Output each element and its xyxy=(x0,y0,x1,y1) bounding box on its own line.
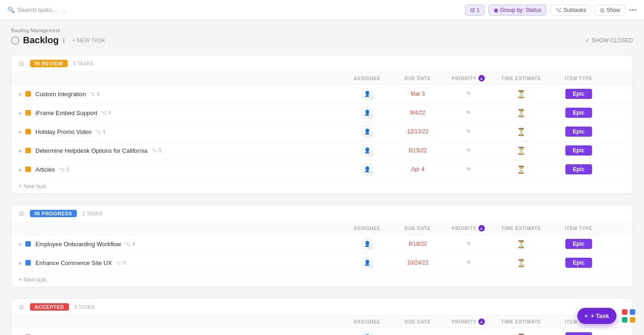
item-type-badge-4[interactable]: Epic xyxy=(565,164,592,174)
priority-cell-4[interactable]: ⚑ xyxy=(443,166,494,173)
due-date-2[interactable]: 12/13/22 xyxy=(407,128,429,135)
avatar-add-icon[interactable]: + xyxy=(368,114,373,119)
due-date-cell-0[interactable]: 8/18/22 xyxy=(392,241,443,247)
task-name-4[interactable]: Articles xyxy=(35,166,55,173)
time-estimate-cell-4[interactable]: ⏳ xyxy=(494,165,549,174)
group-toggle-in-review[interactable]: ⊙ xyxy=(19,60,24,67)
time-estimate-cell-0[interactable]: ⏳ xyxy=(494,240,549,248)
item-type-cell-0[interactable]: Epic xyxy=(549,332,609,335)
item-type-cell-1[interactable]: Epic xyxy=(549,108,609,118)
item-type-badge-0[interactable]: Epic xyxy=(565,239,592,249)
time-estimate-icon-2[interactable]: ⏳ xyxy=(517,127,526,136)
assignee-cell-3[interactable]: 👤 + xyxy=(342,145,392,156)
task-name-1[interactable]: iFrame Embed Support xyxy=(35,110,97,116)
task-name-2[interactable]: Holiday Promo Video xyxy=(35,128,92,135)
subtasks-button[interactable]: ⌥ Subtasks xyxy=(550,5,591,16)
group-toggle-accepted[interactable]: ⊙ xyxy=(19,303,24,311)
due-date-cell-1[interactable]: 10/24/22 xyxy=(392,260,443,266)
due-date-1[interactable]: 10/24/22 xyxy=(407,260,429,266)
priority-cell-1[interactable]: ⚑ xyxy=(443,259,494,266)
group-by-button[interactable]: ◉ Group by: Status xyxy=(489,5,546,16)
item-type-badge-3[interactable]: Epic xyxy=(565,145,592,156)
task-expand-0[interactable]: ▶ xyxy=(19,92,23,97)
priority-flag-4[interactable]: ⚑ xyxy=(466,166,472,173)
assignee-avatar-3[interactable]: 👤 + xyxy=(362,145,373,156)
due-date-cell-1[interactable]: 9/4/22 xyxy=(392,110,443,116)
time-estimate-icon-4[interactable]: ⏳ xyxy=(517,165,526,174)
task-expand-4[interactable]: ▶ xyxy=(19,167,23,172)
time-estimate-icon-0[interactable]: ⏳ xyxy=(517,240,526,248)
item-type-cell-2[interactable]: Epic xyxy=(549,127,609,137)
task-name-1[interactable]: Enhance Commerce Site UX xyxy=(35,260,112,266)
item-type-badge-2[interactable]: Epic xyxy=(565,127,592,137)
assignee-avatar-4[interactable]: 👤 + xyxy=(362,164,373,175)
more-options-icon[interactable]: ... xyxy=(61,6,66,13)
add-task-fab[interactable]: + + Task xyxy=(577,308,616,324)
col-header-2[interactable]: PRIORITY ▲ xyxy=(443,75,494,81)
avatar-add-icon[interactable]: + xyxy=(368,171,373,175)
assignee-cell-4[interactable]: 👤 + xyxy=(342,164,392,175)
task-expand-1[interactable]: ▶ xyxy=(19,260,23,266)
new-task-button[interactable]: + NEW TASK xyxy=(69,35,109,46)
due-date-3[interactable]: 8/15/22 xyxy=(408,147,427,154)
group-toggle-in-progress[interactable]: ⊙ xyxy=(19,210,24,217)
time-estimate-cell-0[interactable]: ⏳ xyxy=(494,333,549,335)
info-icon[interactable]: ℹ xyxy=(63,37,65,44)
item-type-cell-0[interactable]: Epic xyxy=(549,89,609,99)
due-date-1[interactable]: 9/4/22 xyxy=(410,110,425,116)
priority-cell-2[interactable]: ⚑ xyxy=(443,128,494,135)
priority-cell-0[interactable]: ⚑ xyxy=(443,90,494,98)
priority-flag-1[interactable]: ⚑ xyxy=(466,259,472,266)
topbar-more-icon[interactable]: ••• xyxy=(629,6,637,14)
new-task-inline-button-in-progress[interactable]: + New task xyxy=(19,277,46,283)
priority-cell-0[interactable]: ⚑ xyxy=(443,240,494,248)
item-type-cell-3[interactable]: Epic xyxy=(549,145,609,156)
assignee-cell-2[interactable]: 👤 + xyxy=(342,126,392,137)
avatar-add-icon[interactable]: + xyxy=(368,245,373,250)
priority-cell-3[interactable]: ⚑ xyxy=(443,147,494,154)
time-estimate-icon-1[interactable]: ⏳ xyxy=(517,259,526,267)
due-date-cell-3[interactable]: 8/15/22 xyxy=(392,147,443,154)
assignee-avatar-1[interactable]: 👤 + xyxy=(362,107,373,118)
time-estimate-cell-2[interactable]: ⏳ xyxy=(494,127,549,136)
assignee-cell-0[interactable]: 👤 + xyxy=(342,238,392,249)
task-name-0[interactable]: Employee Onboarding Workflow xyxy=(35,241,121,248)
col-header-2[interactable]: PRIORITY ▲ xyxy=(443,318,494,325)
avatar-add-icon[interactable]: + xyxy=(368,152,373,156)
task-name-0[interactable]: Custom Integration xyxy=(35,91,86,98)
item-type-badge-1[interactable]: Epic xyxy=(565,258,592,268)
due-date-0[interactable]: 8/18/22 xyxy=(408,241,427,247)
due-date-0[interactable]: Mar 3 xyxy=(411,91,425,97)
item-type-badge-1[interactable]: Epic xyxy=(565,108,592,118)
due-date-cell-0[interactable]: Mar 3 xyxy=(392,91,443,97)
assignee-cell-1[interactable]: 👤 + xyxy=(342,107,392,118)
collapse-button[interactable]: ↓ xyxy=(11,36,19,45)
time-estimate-icon-3[interactable]: ⏳ xyxy=(517,146,526,155)
sort-icon[interactable]: ▲ xyxy=(478,318,485,325)
task-expand-1[interactable]: ▶ xyxy=(19,110,23,116)
time-estimate-icon-1[interactable]: ⏳ xyxy=(517,109,526,117)
show-closed-button[interactable]: ✓ SHOW CLOSED xyxy=(585,37,633,44)
time-estimate-cell-1[interactable]: ⏳ xyxy=(494,109,549,117)
item-type-cell-1[interactable]: Epic xyxy=(549,258,609,268)
new-task-inline-button-in-review[interactable]: + New task xyxy=(19,183,46,190)
assignee-avatar-1[interactable]: 👤 + xyxy=(362,257,373,268)
time-estimate-cell-3[interactable]: ⏳ xyxy=(494,146,549,155)
assignee-avatar-0[interactable]: 👤 + xyxy=(362,88,373,99)
time-estimate-icon-0[interactable]: ⏳ xyxy=(517,333,526,335)
avatar-add-icon[interactable]: + xyxy=(368,95,373,100)
priority-cell-1[interactable]: ⚑ xyxy=(443,109,494,116)
app-switcher[interactable] xyxy=(622,309,637,324)
assignee-cell-0[interactable]: 👤 + xyxy=(342,88,392,99)
assignee-avatar-0[interactable]: 👤 + xyxy=(362,238,373,249)
assignee-avatar-0[interactable]: 👤 + xyxy=(362,332,373,335)
time-estimate-cell-1[interactable]: ⏳ xyxy=(494,259,549,267)
task-name-3[interactable]: Determine Helpdesk Options for Californi… xyxy=(35,147,148,154)
time-estimate-cell-0[interactable]: ⏳ xyxy=(494,90,549,98)
avatar-add-icon[interactable]: + xyxy=(368,133,373,138)
priority-flag-0[interactable]: ⚑ xyxy=(466,240,472,248)
priority-flag-3[interactable]: ⚑ xyxy=(466,147,472,154)
show-button[interactable]: ◎ Show xyxy=(595,5,625,16)
due-date-4[interactable]: Apr 4 xyxy=(411,166,425,173)
sort-icon[interactable]: ▲ xyxy=(478,75,485,81)
